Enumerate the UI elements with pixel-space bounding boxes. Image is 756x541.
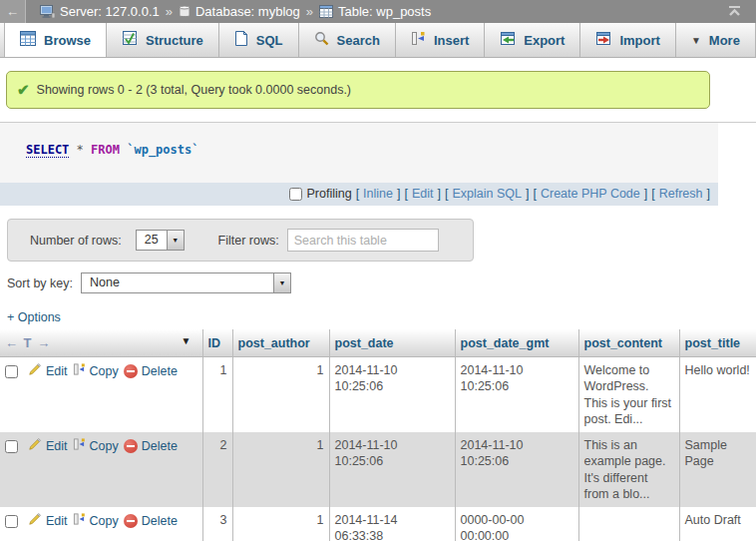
tab-import[interactable]: Import — [580, 23, 675, 57]
row-edit-link[interactable]: Edit — [28, 512, 68, 530]
tab-export[interactable]: Export — [485, 23, 580, 57]
bracket: ] — [438, 187, 441, 201]
filter-rows-input[interactable] — [287, 229, 439, 252]
sql-star: * — [77, 143, 84, 157]
sql-table-identifier: `wp_posts` — [127, 143, 198, 157]
chevron-down-icon: ▼ — [167, 231, 184, 250]
create-php-code-link[interactable]: Create PHP Code — [541, 187, 640, 201]
inline-link[interactable]: Inline — [363, 187, 393, 201]
structure-icon — [122, 31, 138, 49]
browse-icon — [20, 31, 36, 49]
row-delete-link[interactable]: Delete — [124, 513, 178, 529]
sql-query-box: SELECT * FROM `wp_posts` Profiling [ Inl… — [0, 123, 718, 206]
breadcrumb-database[interactable]: Database: myblog — [179, 4, 300, 19]
tab-sql-label: SQL — [256, 33, 283, 48]
cell-post-content: This is an example page. It's different … — [578, 432, 679, 507]
sql-keyword-from: FROM — [91, 143, 120, 157]
row-copy-link[interactable]: Copy — [73, 437, 119, 455]
tab-more[interactable]: ▼ More — [676, 23, 756, 57]
delete-icon — [124, 364, 138, 378]
cell-id: 1 — [202, 357, 232, 433]
breadcrumb-table[interactable]: Table: wp_posts — [319, 4, 431, 19]
breadcrumb-database-label: Database: myblog — [195, 4, 300, 19]
sort-row: Sort by key: None ▼ — [7, 272, 756, 293]
explain-sql-link[interactable]: Explain SQL — [452, 187, 521, 201]
pencil-icon — [28, 512, 42, 530]
cell-post-title: Sample Page — [679, 432, 756, 507]
chevron-down-icon: ▼ — [273, 273, 290, 292]
number-of-rows-label: Number of rows: — [30, 234, 122, 248]
header-row: ← T → ▼ ID post_author post_date post_da… — [0, 329, 756, 357]
collapse-top-icon[interactable] — [727, 4, 742, 20]
column-header-post-title[interactable]: post_title — [679, 329, 756, 357]
table-row: Edit Copy Delete 3 1 2014-11-14 06:33:38… — [0, 507, 756, 541]
row-copy-link[interactable]: Copy — [73, 362, 119, 380]
copy-icon — [73, 362, 86, 380]
query-toolstrip: Profiling [ Inline ] [ Edit ] [ Explain … — [0, 183, 718, 206]
column-header-id[interactable]: ID — [202, 329, 232, 357]
tab-search-label: Search — [337, 33, 380, 48]
rows-filter-bar: Number of rows: 25 ▼ Filter rows: — [7, 219, 474, 262]
breadcrumb-server[interactable]: Server: 127.0.0.1 — [40, 4, 160, 19]
column-header-post-date-gmt[interactable]: post_date_gmt — [455, 329, 578, 357]
chevron-down-icon: ▼ — [691, 35, 701, 46]
sort-by-key-select[interactable]: None ▼ — [81, 272, 291, 293]
breadcrumb-server-label: Server: 127.0.0.1 — [60, 4, 160, 19]
status-message-text: Showing rows 0 - 2 (3 total, Query took … — [37, 83, 351, 97]
column-header-post-date[interactable]: post_date — [329, 329, 455, 357]
cell-post-date: 2014-11-10 10:25:06 — [329, 432, 455, 507]
row-select-checkbox[interactable] — [5, 365, 18, 378]
server-icon — [40, 5, 55, 18]
breadcrumb-table-label: Table: wp_posts — [338, 4, 431, 19]
row-delete-link[interactable]: Delete — [124, 363, 178, 379]
import-icon — [595, 31, 611, 49]
edit-query-link[interactable]: Edit — [412, 187, 434, 201]
tab-sql[interactable]: SQL — [219, 23, 299, 57]
edit-label: Edit — [46, 438, 68, 454]
copy-label: Copy — [90, 363, 119, 379]
table-row: Edit Copy Delete 1 1 2014-11-10 10:25:06… — [0, 357, 756, 433]
rows-per-page-select[interactable]: 25 ▼ — [136, 230, 185, 251]
row-edit-link[interactable]: Edit — [28, 362, 68, 380]
profiling-checkbox[interactable] — [289, 188, 302, 201]
sort-by-key-label: Sort by key: — [7, 276, 73, 290]
tab-structure[interactable]: Structure — [107, 23, 219, 57]
profiling-label: Profiling — [306, 187, 351, 201]
column-header-post-content[interactable]: post_content — [578, 329, 679, 357]
cell-post-author: 1 — [232, 507, 329, 541]
delete-label: Delete — [142, 513, 178, 529]
row-select-checkbox[interactable] — [5, 515, 18, 528]
options-toggle-link[interactable]: + Options — [7, 310, 61, 324]
row-select-checkbox[interactable] — [5, 440, 18, 453]
results-table: ← T → ▼ ID post_author post_date post_da… — [0, 329, 756, 541]
cell-id: 2 — [202, 432, 232, 507]
row-edit-link[interactable]: Edit — [28, 437, 68, 455]
tab-search[interactable]: Search — [299, 23, 396, 57]
column-reorder-icon[interactable]: ← T → — [5, 335, 51, 350]
cell-id: 3 — [202, 507, 232, 541]
cell-post-content — [578, 507, 679, 541]
refresh-link[interactable]: Refresh — [659, 187, 703, 201]
breadcrumb: ← Server: 127.0.0.1 » Database: myblog »… — [0, 0, 756, 23]
bracket: [ — [651, 187, 654, 201]
column-actions-header: ← T → ▼ — [0, 329, 202, 357]
copy-icon — [73, 512, 86, 530]
insert-icon — [411, 31, 426, 49]
cell-post-title: Auto Draft — [679, 507, 756, 541]
tab-insert[interactable]: Insert — [396, 23, 485, 57]
row-delete-link[interactable]: Delete — [124, 438, 178, 454]
row-copy-link[interactable]: Copy — [73, 512, 119, 530]
bracket: ] — [526, 187, 529, 201]
column-header-post-author[interactable]: post_author — [232, 329, 329, 357]
bracket: ] — [644, 187, 647, 201]
edit-label: Edit — [46, 513, 68, 529]
back-button[interactable]: ← — [0, 0, 26, 23]
breadcrumb-separator: » — [166, 4, 173, 19]
database-icon — [179, 5, 190, 18]
chevron-down-icon[interactable]: ▼ — [182, 335, 191, 346]
bracket: [ — [404, 187, 407, 201]
tab-browse[interactable]: Browse — [4, 23, 107, 57]
cell-post-date-gmt: 0000-00-00 00:00:00 — [455, 507, 578, 541]
bracket: ] — [707, 187, 710, 201]
success-check-icon: ✔ — [17, 81, 30, 99]
